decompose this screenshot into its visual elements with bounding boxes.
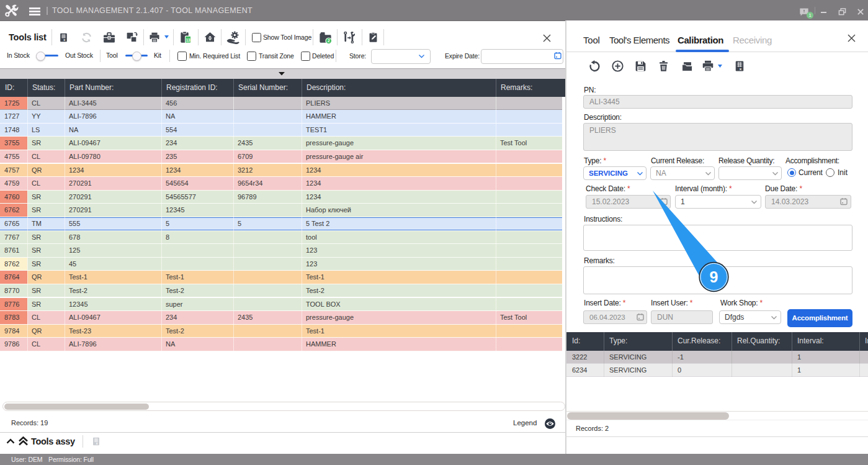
svg-text:2: 2 (328, 38, 330, 43)
svg-text:x: x (740, 66, 742, 71)
svg-text:1: 1 (808, 12, 811, 18)
svg-text:9: 9 (710, 268, 718, 286)
svg-text:13: 13 (186, 38, 190, 42)
svg-text:x: x (63, 38, 65, 42)
svg-text:x: x (96, 441, 98, 445)
